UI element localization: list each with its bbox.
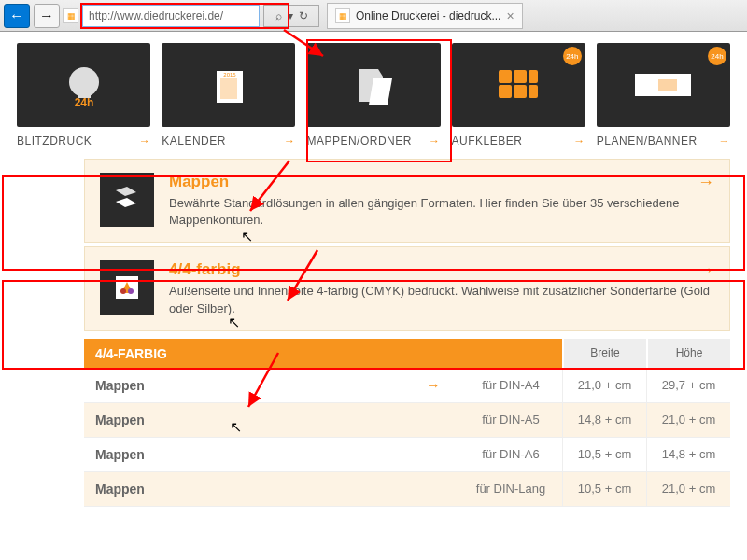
card-title: Mappen xyxy=(169,173,714,191)
arrow-icon: → xyxy=(698,173,714,192)
svg-rect-8 xyxy=(529,70,538,83)
table-header-height: Höhe xyxy=(646,339,730,369)
browser-toolbar: ← → ▦ http://www.diedruckerei.de/ ⌕ ▾ ↻ … xyxy=(0,0,747,32)
arrow-icon: → xyxy=(573,134,585,147)
svg-text:24h: 24h xyxy=(74,96,93,108)
category-aufkleber[interactable]: 24h AUFKLEBER→ xyxy=(452,43,585,147)
table-row[interactable]: Mappen → für DIN-A4 21,0 + cm 29,7 + cm xyxy=(84,369,730,403)
svg-rect-6 xyxy=(499,70,512,83)
card-title: 4/4-farbig xyxy=(169,260,714,279)
back-button[interactable]: ← xyxy=(4,4,30,28)
arrow-icon: → xyxy=(429,134,441,147)
table-header-width: Breite xyxy=(562,339,646,369)
svg-text:2015: 2015 xyxy=(223,72,236,77)
badge-24h-icon: 24h xyxy=(708,47,726,65)
browser-tab[interactable]: ▦ Online Druckerei - diedruck... × xyxy=(327,3,523,29)
tab-title: Online Druckerei - diedruck... xyxy=(356,9,500,22)
arrow-icon: → xyxy=(139,134,151,147)
table-row[interactable]: Mappen für DIN-Lang 10,5 + cm 21,0 + cm xyxy=(84,472,730,507)
tab-favicon-icon: ▦ xyxy=(335,8,350,23)
category-planen[interactable]: 24h PLANEN/BANNER→ xyxy=(597,43,730,147)
card-mappen[interactable]: Mappen Bewährte Standardlösungen in alle… xyxy=(84,159,730,243)
dropdown-icon: ▾ xyxy=(288,9,293,22)
arrow-icon: → xyxy=(284,134,296,147)
category-mappen[interactable]: MAPPEN/ORDNER→ xyxy=(306,43,440,147)
category-kalender[interactable]: 2015 KALENDER→ xyxy=(162,43,295,147)
category-blitzdruck[interactable]: 24h BLITZDRUCK→ xyxy=(17,43,150,147)
table-header-main: 4/4-FARBIG xyxy=(84,339,562,369)
category-row: 24h BLITZDRUCK→ 2015 KALENDER→ MAPPEN/OR… xyxy=(0,32,747,155)
card-farbig-icon xyxy=(100,260,154,315)
svg-rect-10 xyxy=(514,85,527,98)
favicon-icon: ▦ xyxy=(63,8,78,23)
table-row[interactable]: Mappen für DIN-A6 10,5 + cm 14,8 + cm xyxy=(84,438,730,472)
badge-24h-icon: 24h xyxy=(563,47,582,65)
card-mappen-icon xyxy=(100,173,154,227)
arrow-icon: → xyxy=(698,260,714,280)
svg-rect-7 xyxy=(514,70,527,83)
card-desc: Bewährte Standardlösungen in allen gängi… xyxy=(169,195,714,229)
forward-button[interactable]: → xyxy=(34,4,60,28)
svg-point-16 xyxy=(120,288,126,294)
card-farbig[interactable]: 4/4-farbig Außenseite und Innenseite 4-f… xyxy=(84,246,730,330)
product-table: 4/4-FARBIG Breite Höhe Mappen → für DIN-… xyxy=(84,339,730,507)
refresh-icon[interactable]: ↻ xyxy=(299,9,308,22)
search-refresh[interactable]: ⌕ ▾ ↻ xyxy=(263,5,319,27)
svg-rect-11 xyxy=(529,85,538,98)
svg-rect-9 xyxy=(499,85,512,98)
address-bar[interactable]: http://www.diedruckerei.de/ xyxy=(82,5,260,27)
table-row[interactable]: Mappen für DIN-A5 14,8 + cm 21,0 + cm xyxy=(84,403,730,438)
svg-point-17 xyxy=(128,288,134,294)
svg-point-0 xyxy=(69,67,99,97)
card-desc: Außenseite und Innenseite 4-farbig (CMYK… xyxy=(169,283,714,316)
svg-rect-13 xyxy=(658,79,677,91)
search-icon: ⌕ xyxy=(275,9,282,22)
arrow-icon: → xyxy=(426,377,441,394)
arrow-icon: → xyxy=(719,134,731,147)
close-icon[interactable]: × xyxy=(506,8,514,23)
svg-rect-4 xyxy=(220,78,237,99)
